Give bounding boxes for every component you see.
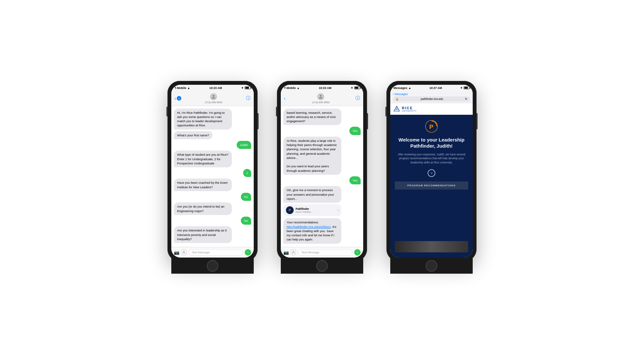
svg-text:P: P [429, 123, 433, 130]
phone-bottom-3 [390, 258, 473, 274]
bluetooth-icon-2: ✦ [351, 86, 353, 90]
back-button[interactable]: ‹ 1 [175, 96, 181, 101]
back-count-badge: 1 [177, 96, 181, 101]
input-bar-1: 📷 A Text Message ↑ [171, 247, 254, 258]
contact-number-2: (713) 636-5552 [286, 101, 355, 104]
message-bubble: What type of student are you at Rice? En… [174, 151, 232, 167]
side-button-left-3 [385, 107, 386, 116]
phone-bottom-1 [171, 258, 254, 274]
chevron-left-icon: ‹ [175, 96, 176, 101]
messages-area-2: based learning, research, service, and/o… [281, 106, 363, 247]
info-button[interactable]: ⓘ [246, 95, 251, 101]
wifi-icon-3: ▲ [408, 86, 411, 90]
phone-2: T-Mobile ▲ 10:23 AM ✦ ‹ (713) 636-5552 [277, 81, 367, 261]
url-text: pathfinder.rice.edu [421, 97, 443, 101]
message-bubble: Your recommendations: http://pathfinder.… [283, 218, 341, 243]
message-bubble: Yes [349, 176, 361, 184]
battery-icon-3 [464, 86, 469, 89]
rice-website: RICE UNIVERSITY P Welcome to your Leader… [390, 103, 473, 258]
time-label-2: 10:23 AM [319, 86, 331, 90]
send-button-2[interactable]: ↑ [354, 249, 361, 256]
program-recommendations-bar: PROGRAM RECOMMENDATIONS [395, 181, 468, 190]
home-button-2[interactable] [316, 260, 328, 272]
bluetooth-icon-3: ✦ [460, 86, 463, 90]
phones-container: T-Mobile ▲ 10:23 AM ✦ ‹ 1 [148, 62, 496, 281]
rice-site-header: RICE UNIVERSITY [390, 103, 473, 115]
message-bubble: What's your first name? [174, 131, 213, 139]
messages-header-1: ‹ 1 (713) 636-5552 ⓘ [171, 91, 254, 106]
message-bubble: 1 [243, 169, 251, 177]
message-bubble: based learning, research, service, and/o… [283, 109, 341, 125]
pathfinder-logo-small: P [286, 206, 294, 214]
side-button-right-3 [477, 113, 478, 129]
home-button-3[interactable] [426, 260, 437, 272]
carrier-label-2: T-Mobile [284, 86, 296, 90]
pathfinder-card[interactable]: P Pathfinder Doerr Institute... › [283, 204, 341, 216]
card-chevron-icon: › [338, 209, 339, 212]
pathfinder-logo-hero: P [425, 120, 438, 133]
text-message-input[interactable]: Text Message [188, 249, 243, 256]
app-icon[interactable]: A [181, 249, 186, 255]
wifi-icon: ▲ [187, 86, 190, 90]
carrier-label-3: Messages [393, 86, 407, 90]
rice-hero-section: P Welcome to your Leadership Pathfinder,… [390, 115, 473, 258]
carrier-label: T-Mobile [175, 86, 186, 90]
web-browser-header: ‹ Messages 🔒 pathfinder.rice.edu ↻ [390, 91, 473, 103]
side-button-left [166, 107, 167, 116]
avatar [210, 93, 217, 100]
status-right: ✦ [241, 86, 251, 90]
reload-icon: ↻ [465, 97, 468, 101]
time-label: 10:23 AM [209, 86, 222, 90]
phone-1: T-Mobile ▲ 10:23 AM ✦ ‹ 1 [167, 81, 258, 261]
status-right-3: ✦ [460, 86, 469, 90]
info-button-2[interactable]: ⓘ [355, 95, 360, 101]
lock-icon: 🔒 [395, 97, 399, 101]
text-message-input-2[interactable]: Text Message [298, 249, 352, 256]
app-icon-2[interactable]: A [291, 249, 296, 255]
message-bubble: No [241, 217, 251, 225]
status-left: T-Mobile ▲ [175, 86, 190, 90]
pathfinder-card-title: Pathfinder [296, 207, 313, 210]
message-bubble: OK, give me a moment to process your ans… [283, 186, 341, 203]
side-button-left-2 [276, 107, 277, 116]
phone-3-inner: Messages ▲ 10:27 AM ✦ ‹ Messages 🔒 pathf… [390, 85, 473, 258]
send-button[interactable]: ↑ [245, 249, 251, 256]
camera-icon[interactable]: 📷 [174, 250, 179, 255]
message-bubble: Yes [349, 127, 361, 135]
message-bubble: Have you been coached by the Doerr Insti… [174, 179, 232, 191]
battery-icon [245, 86, 251, 89]
message-bubble: Are you interested in leadership as it i… [174, 226, 232, 243]
phone-bottom-2 [281, 258, 363, 274]
status-bar-1: T-Mobile ▲ 10:23 AM ✦ [171, 85, 254, 91]
messages-header-2: ‹ (713) 636-5552 ⓘ [281, 91, 363, 106]
message-bubble: Hi, I'm Rice Pathfinder. I'm going to as… [174, 109, 232, 130]
phone-1-inner: T-Mobile ▲ 10:23 AM ✦ ‹ 1 [171, 85, 254, 258]
message-bubble: Judith [237, 141, 251, 149]
contact-number: (713) 636-5552 [181, 101, 246, 104]
program-rec-label: PROGRAM RECOMMENDATIONS [397, 184, 466, 187]
recommendation-link[interactable]: http://pathfinder.rice.edu/s/5b2cz [287, 225, 331, 229]
web-back-button[interactable]: ‹ Messages [393, 93, 408, 96]
message-bubble: No [241, 193, 251, 201]
back-button-2[interactable]: ‹ [284, 96, 286, 101]
rice-welcome-subtitle: After reviewing your responses, Judith, … [395, 152, 468, 165]
side-button-right-2 [367, 113, 368, 129]
home-button[interactable] [207, 260, 218, 272]
rice-logo-icon [393, 106, 400, 112]
avatar-2 [317, 93, 324, 100]
wifi-icon-2: ▲ [297, 86, 300, 90]
web-nav-bar: ‹ Messages [393, 93, 470, 96]
status-bar-3: Messages ▲ 10:27 AM ✦ [390, 85, 473, 91]
scroll-down-button[interactable]: ∨ [428, 169, 435, 177]
bottom-image-section [395, 241, 468, 252]
bluetooth-icon: ✦ [241, 86, 244, 90]
contact-info-center: (713) 636-5552 [181, 93, 246, 104]
camera-icon-2[interactable]: 📷 [283, 250, 289, 255]
contact-info-center-2: (713) 636-5552 [286, 93, 355, 104]
status-bar-2: T-Mobile ▲ 10:23 AM ✦ [281, 85, 363, 91]
status-right-2: ✦ [351, 86, 360, 90]
url-bar[interactable]: 🔒 pathfinder.rice.edu ↻ [393, 96, 470, 102]
status-left-3: Messages ▲ [393, 86, 411, 90]
rice-logo-text: RICE UNIVERSITY [402, 106, 417, 112]
battery-icon-2 [354, 86, 360, 89]
